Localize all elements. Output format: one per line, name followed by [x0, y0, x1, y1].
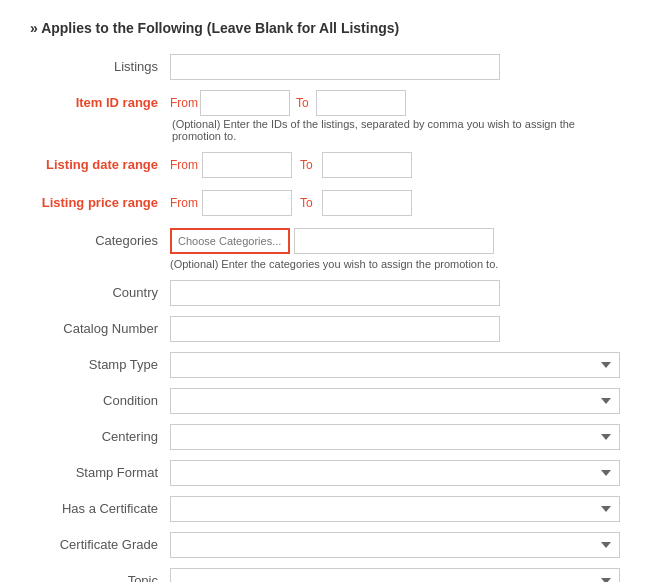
- stamp-type-select[interactable]: [170, 352, 620, 378]
- item-id-label: Item ID range: [30, 90, 170, 110]
- item-id-to-input[interactable]: [316, 90, 406, 116]
- condition-select[interactable]: [170, 388, 620, 414]
- centering-label: Centering: [30, 424, 170, 444]
- listing-price-label: Listing price range: [30, 190, 170, 210]
- item-id-from-input[interactable]: [200, 90, 290, 116]
- certificate-label: Has a Certificate: [30, 496, 170, 516]
- country-input[interactable]: [170, 280, 500, 306]
- to-label-price: To: [300, 196, 318, 210]
- centering-select[interactable]: [170, 424, 620, 450]
- categories-choose-input[interactable]: [170, 228, 290, 254]
- stamp-format-select[interactable]: [170, 460, 620, 486]
- listing-price-from-input[interactable]: [202, 190, 292, 216]
- from-label-date: From: [170, 158, 198, 172]
- to-label-date: To: [300, 158, 318, 172]
- to-label-id: To: [296, 96, 314, 110]
- country-label: Country: [30, 280, 170, 300]
- section-title: Applies to the Following (Leave Blank fo…: [30, 20, 620, 36]
- certificate-select[interactable]: [170, 496, 620, 522]
- categories-label: Categories: [30, 228, 170, 248]
- listing-date-to-input[interactable]: [322, 152, 412, 178]
- listings-label: Listings: [30, 54, 170, 74]
- catalog-label: Catalog Number: [30, 316, 170, 336]
- cert-grade-label: Certificate Grade: [30, 532, 170, 552]
- listing-date-label: Listing date range: [30, 152, 170, 172]
- item-id-hint: (Optional) Enter the IDs of the listings…: [172, 118, 620, 142]
- categories-main-input[interactable]: [294, 228, 494, 254]
- cert-grade-select[interactable]: [170, 532, 620, 558]
- listings-input[interactable]: [170, 54, 500, 80]
- topic-select[interactable]: [170, 568, 620, 582]
- from-label-price: From: [170, 196, 198, 210]
- listing-price-to-input[interactable]: [322, 190, 412, 216]
- topic-label: Topic: [30, 568, 170, 582]
- stamp-type-label: Stamp Type: [30, 352, 170, 372]
- from-label-id: From: [170, 96, 198, 110]
- stamp-format-label: Stamp Format: [30, 460, 170, 480]
- condition-label: Condition: [30, 388, 170, 408]
- listing-date-from-input[interactable]: [202, 152, 292, 178]
- catalog-input[interactable]: [170, 316, 500, 342]
- categories-hint: (Optional) Enter the categories you wish…: [170, 258, 620, 270]
